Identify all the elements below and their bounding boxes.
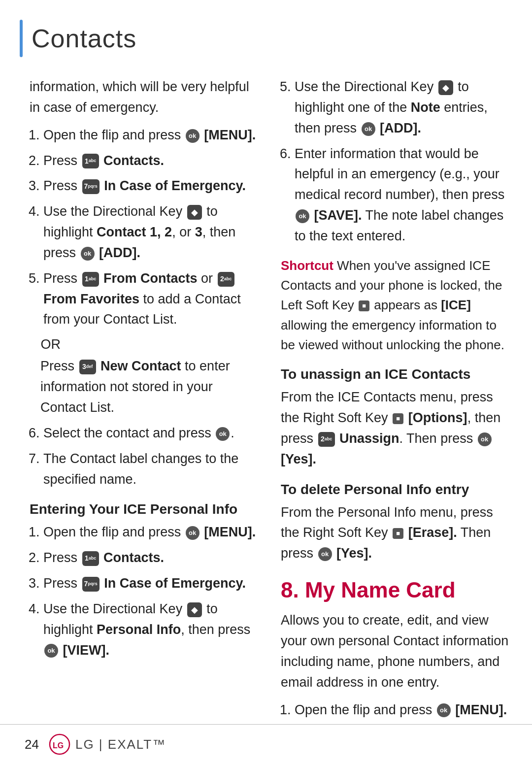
- step4-add: [ADD].: [99, 245, 140, 260]
- erase-bold: [Erase].: [408, 525, 457, 540]
- ice-step4-view: [VIEW].: [63, 643, 110, 658]
- ok-icon-5: ok: [44, 644, 58, 658]
- num1-icon: 1abc: [82, 154, 99, 168]
- note-bold: Note: [411, 100, 440, 115]
- footer-logo: LG LG | EXALT™: [49, 733, 166, 755]
- right-steps-list: Use the Directional Key ◆ to highlight o…: [281, 77, 512, 247]
- step-7: The Contact label changes to the specifi…: [43, 449, 261, 490]
- yes-bold-2: [Yes].: [336, 546, 372, 561]
- lg-logo-icon: LG: [49, 733, 70, 755]
- ice-step4-bold: Personal Info: [97, 622, 181, 637]
- steps-list-2: Select the contact and press ok. The Con…: [30, 423, 261, 490]
- num2b-icon: 2abc: [318, 432, 335, 447]
- ice-personal-info-heading: Entering Your ICE Personal Info: [30, 501, 261, 517]
- step-4: Use the Directional Key ◆ to highlight C…: [43, 201, 261, 264]
- step3-bold: In Case of Emergency.: [104, 178, 246, 193]
- ice-step-2: Press 1abc Contacts.: [43, 548, 261, 568]
- step1-bold: [MENU].: [204, 128, 256, 142]
- num1b-icon: 1abc: [82, 272, 99, 287]
- unassign-bold: Unassign: [339, 431, 399, 446]
- menu-bold-2: [MENU].: [455, 702, 507, 717]
- step5-from-contacts: From Contacts: [103, 271, 198, 286]
- right-column: Use the Directional Key ◆ to highlight o…: [281, 77, 512, 727]
- softkey-icon: ■: [359, 300, 369, 311]
- unassign-text: From the ICE Contacts menu, press the Ri…: [281, 387, 512, 469]
- section8-step-1: Open the flip and press ok [MENU].: [295, 700, 512, 721]
- num2-icon: 2abc: [218, 272, 234, 287]
- add-bold: [ADD].: [380, 121, 421, 135]
- header-accent-bar: [20, 20, 23, 57]
- step2-bold: Contacts.: [103, 153, 164, 168]
- unassign-heading: To unassign an ICE Contacts: [281, 366, 512, 382]
- ok-icon-7: ok: [296, 209, 309, 223]
- save-bold: [SAVE].: [314, 208, 362, 223]
- section8-steps: Open the flip and press ok [MENU].: [281, 700, 512, 721]
- page: Contacts information, which will be very…: [0, 0, 532, 764]
- right-step-5: Use the Directional Key ◆ to highlight o…: [295, 77, 512, 139]
- ice-steps-list: Open the flip and press ok [MENU]. Press…: [30, 522, 261, 661]
- dkey-icon: ◆: [187, 205, 202, 220]
- page-header: Contacts: [0, 0, 532, 67]
- ok-icon-6: ok: [362, 122, 375, 136]
- dkey-icon-3: ◆: [438, 80, 453, 95]
- options-bold: [Options]: [408, 410, 467, 425]
- footer: 24 LG LG | EXALT™: [0, 724, 532, 764]
- ice-step-3: Press 7pqrs In Case of Emergency.: [43, 573, 261, 594]
- delete-heading: To delete Personal Info entry: [281, 482, 512, 498]
- step-6: Select the contact and press ok.: [43, 423, 261, 444]
- new-contact-block: Press 3def New Contact to enter informat…: [30, 356, 261, 418]
- step5-from-fav: From Favorites: [43, 292, 139, 306]
- step-3: Press 7pqrs In Case of Emergency.: [43, 176, 261, 197]
- shortcut-block: Shortcut When you've assigned ICE Contac…: [281, 256, 512, 355]
- ice-step1-bold: [MENU].: [204, 525, 256, 539]
- dkey-icon-2: ◆: [187, 602, 202, 617]
- new-contact-bold: New Contact: [100, 359, 181, 373]
- ok-icon-8: ok: [478, 432, 492, 446]
- shortcut-label: Shortcut: [281, 258, 333, 273]
- ok-icon-4: ok: [186, 526, 200, 540]
- step-2: Press 1abc Contacts.: [43, 151, 261, 171]
- num7b-icon: 7pqrs: [82, 577, 100, 592]
- step-1: Open the flip and press ok [MENU].: [43, 125, 261, 146]
- steps-list: Open the flip and press ok [MENU]. Press…: [30, 125, 261, 331]
- ok-icon-3: ok: [216, 427, 230, 441]
- ice-step3-bold: In Case of Emergency.: [104, 576, 246, 591]
- ice-bracket: [ICE]: [441, 298, 471, 312]
- page-number: 24: [25, 737, 39, 752]
- intro-text: information, which will be very helpful …: [30, 77, 261, 118]
- num1c-icon: 1abc: [82, 551, 99, 566]
- num3-icon: 3def: [79, 360, 96, 374]
- ice-step2-bold: Contacts.: [103, 550, 164, 565]
- page-title: Contacts: [32, 20, 136, 57]
- ok-icon-2: ok: [81, 247, 95, 261]
- step4-bold: Contact 1, 2: [97, 225, 172, 239]
- footer-brand-text: LG | EXALT™: [75, 737, 166, 752]
- num7-icon: 7pqrs: [82, 179, 100, 194]
- svg-text:LG: LG: [53, 741, 64, 750]
- ok-icon-10: ok: [437, 703, 451, 717]
- ice-step-4: Use the Directional Key ◆ to highlight P…: [43, 599, 261, 661]
- step4-bold2: 3: [195, 225, 202, 239]
- or-separator: OR: [30, 337, 261, 352]
- left-column: information, which will be very helpful …: [30, 77, 261, 727]
- delete-text: From the Personal Info menu, press the R…: [281, 502, 512, 565]
- ok-icon: ok: [186, 129, 200, 143]
- softkey-icon-2: ■: [393, 413, 403, 424]
- right-step-6: Enter information that would be helpful …: [295, 144, 512, 247]
- ok-icon-9: ok: [318, 547, 332, 561]
- content-area: information, which will be very helpful …: [0, 67, 532, 747]
- softkey-icon-3: ■: [393, 528, 403, 539]
- section8-title: 8. My Name Card: [281, 578, 512, 602]
- section8-intro: Allows you to create, edit, and view you…: [281, 610, 512, 693]
- step-5: Press 1abc From Contacts or 2abc From Fa…: [43, 268, 261, 331]
- yes-bold: [Yes].: [281, 452, 316, 466]
- ice-step-1: Open the flip and press ok [MENU].: [43, 522, 261, 543]
